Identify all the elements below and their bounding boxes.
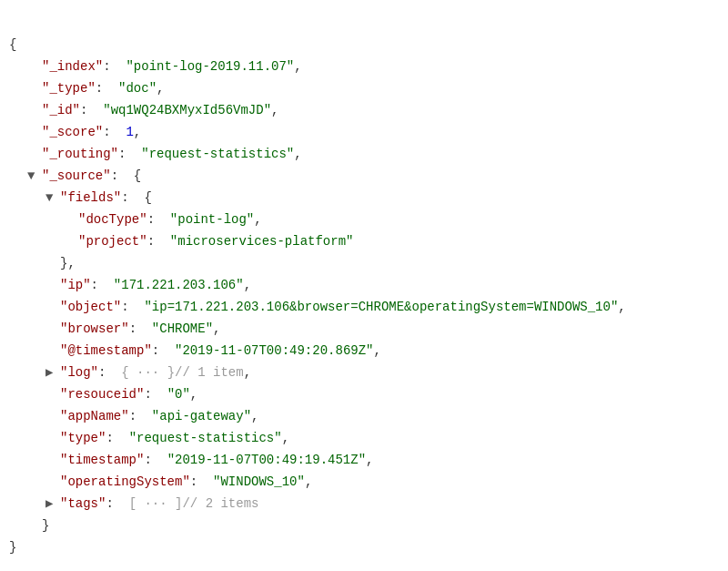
key-project-line: "project" — [78, 231, 147, 253]
colon-timestamp2-line: : — [144, 450, 167, 472]
key-tags-line: "tags" — [60, 494, 106, 515]
colon-score-line: : — [103, 122, 126, 144]
value-tags-line: [ ··· ] — [129, 494, 183, 515]
key-doctype-line: "docType" — [78, 209, 147, 231]
colon-resouceid-line: : — [144, 384, 167, 406]
comma-index-line: , — [294, 56, 301, 78]
comma-type-line: , — [157, 78, 164, 100]
comma-timestamp2-line: , — [366, 450, 373, 472]
key-routing-line: "_routing" — [42, 144, 118, 166]
comma-resouceid-line: , — [190, 384, 197, 406]
json-line-source-open[interactable]: ▼"_source": { — [9, 166, 719, 188]
comment-tags-line: // 2 items — [182, 494, 258, 515]
bracket-char: }, — [60, 253, 76, 275]
toggle-log-line[interactable]: ▶ — [46, 362, 58, 384]
comma-browser-line: , — [213, 319, 220, 341]
json-line-resouceid-line: "resouceid": "0", — [9, 384, 719, 406]
json-line-timestamp-line: "@timestamp": "2019-11-07T00:49:20.869Z"… — [9, 341, 719, 362]
value-score-line: 1 — [126, 122, 133, 144]
value-doctype-line: "point-log" — [170, 209, 254, 231]
comment-log-line: // 1 item — [175, 362, 244, 384]
key-score-line: "_score" — [42, 122, 103, 144]
colon-project-line: : — [147, 231, 170, 253]
json-line-fields-open[interactable]: ▼"fields": { — [9, 188, 719, 209]
comma-os-line: , — [305, 472, 312, 494]
key-resouceid-line: "resouceid" — [60, 384, 144, 406]
key-type-line: "_type" — [42, 78, 96, 100]
colon-os-line: : — [190, 472, 213, 494]
value-timestamp-line: "2019-11-07T00:49:20.869Z" — [175, 341, 373, 362]
key-index-line: "_index" — [42, 56, 103, 78]
colon-tags-line: : — [106, 494, 128, 515]
value-resouceid-line: "0" — [167, 384, 190, 406]
json-line-timestamp2-line: "timestamp": "2019-11-07T00:49:19.451Z", — [9, 450, 719, 472]
colon-appname-line: : — [129, 406, 152, 428]
key-log-line: "log" — [60, 362, 98, 384]
key-ip-line: "ip" — [60, 275, 91, 297]
comma-score-line: , — [134, 122, 141, 144]
colon-object-line: : — [121, 297, 144, 319]
value-ip-line: "171.221.203.106" — [114, 275, 244, 297]
comma-routing-line: , — [294, 144, 301, 166]
bracket-char: } — [9, 537, 16, 559]
key-timestamp-line: "@timestamp" — [60, 341, 152, 362]
comma-id-line: , — [271, 100, 278, 122]
colon-source-open: : — [111, 166, 134, 188]
colon-id-line: : — [80, 100, 103, 122]
colon-log-line: : — [98, 362, 121, 384]
key-timestamp2-line: "timestamp" — [60, 450, 144, 472]
value-type-line: "doc" — [118, 78, 157, 100]
colon-ip-line: : — [91, 275, 114, 297]
colon-timestamp-line: : — [152, 341, 175, 362]
colon-index-line: : — [103, 56, 126, 78]
key-type2-line: "type" — [60, 428, 106, 450]
value-timestamp2-line: "2019-11-07T00:49:19.451Z" — [167, 450, 366, 472]
json-line-close-brace: } — [9, 537, 719, 559]
json-line-appname-line: "appName": "api-gateway", — [9, 406, 719, 428]
json-line-object-line: "object": "ip=171.221.203.106&browser=CH… — [9, 297, 719, 319]
bracket-char: } — [42, 515, 49, 537]
value-appname-line: "api-gateway" — [152, 406, 251, 428]
json-line-open-brace: { — [9, 35, 719, 56]
toggle-fields-open[interactable]: ▼ — [46, 188, 58, 209]
comma-appname-line: , — [251, 406, 258, 428]
json-line-type-line: "_type": "doc", — [9, 78, 719, 100]
colon-fields-open: : — [121, 188, 144, 209]
colon-type2-line: : — [106, 428, 128, 450]
value-index-line: "point-log-2019.11.07" — [126, 56, 294, 78]
value-log-line: { ··· } — [121, 362, 175, 384]
json-line-routing-line: "_routing": "request-statistics", — [9, 144, 719, 166]
json-line-browser-line: "browser": "CHROME", — [9, 319, 719, 341]
key-source-open: "_source" — [42, 166, 111, 188]
json-line-log-line[interactable]: ▶"log": { ··· } // 1 item, — [9, 362, 719, 384]
key-os-line: "operatingSystem" — [60, 472, 190, 494]
json-line-type2-line: "type": "request-statistics", — [9, 428, 719, 450]
json-line-id-line: "_id": "wq1WQ24BXMyxId56VmJD", — [9, 100, 719, 122]
value-object-line: "ip=171.221.203.106&browser=CHROME&opera… — [144, 297, 618, 319]
comma-timestamp-line: , — [373, 341, 380, 362]
colon-browser-line: : — [129, 319, 152, 341]
toggle-source-open[interactable]: ▼ — [27, 166, 40, 188]
comma-object-line: , — [618, 297, 625, 319]
comma-log-line: , — [244, 362, 251, 384]
json-line-ip-line: "ip": "171.221.203.106", — [9, 275, 719, 297]
bracket-char: , — [9, 559, 16, 571]
key-appname-line: "appName" — [60, 406, 129, 428]
json-viewer: {"_index": "point-log-2019.11.07","_type… — [0, 9, 728, 571]
key-object-line: "object" — [60, 297, 121, 319]
value-source-open: { — [134, 166, 141, 188]
value-routing-line: "request-statistics" — [141, 144, 294, 166]
value-browser-line: "CHROME" — [152, 319, 213, 341]
comma-type2-line: , — [282, 428, 289, 450]
json-line-tags-line[interactable]: ▶"tags": [ ··· ] // 2 items — [9, 494, 719, 515]
json-line-project-line: "project": "microservices-platform" — [9, 231, 719, 253]
colon-doctype-line: : — [147, 209, 170, 231]
json-line-index-line: "_index": "point-log-2019.11.07", — [9, 56, 719, 78]
json-line-source-close: } — [9, 515, 719, 537]
json-line-score-line: "_score": 1, — [9, 122, 719, 144]
value-type2-line: "request-statistics" — [129, 428, 282, 450]
json-line-os-line: "operatingSystem": "WINDOWS_10", — [9, 472, 719, 494]
key-fields-open: "fields" — [60, 188, 121, 209]
key-id-line: "_id" — [42, 100, 80, 122]
toggle-tags-line[interactable]: ▶ — [46, 494, 58, 515]
